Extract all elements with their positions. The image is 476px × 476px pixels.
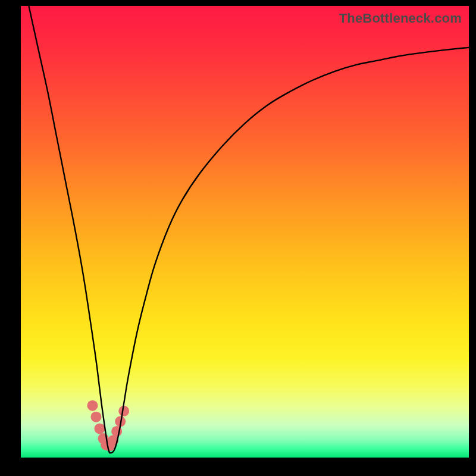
chart-plot-area: TheBottleneck.com [21, 6, 469, 458]
chart-svg [21, 6, 469, 458]
highlight-dot [91, 412, 102, 422]
highlight-dot [95, 423, 105, 434]
bottleneck-curve [21, 0, 469, 453]
highlight-dot [87, 400, 98, 411]
